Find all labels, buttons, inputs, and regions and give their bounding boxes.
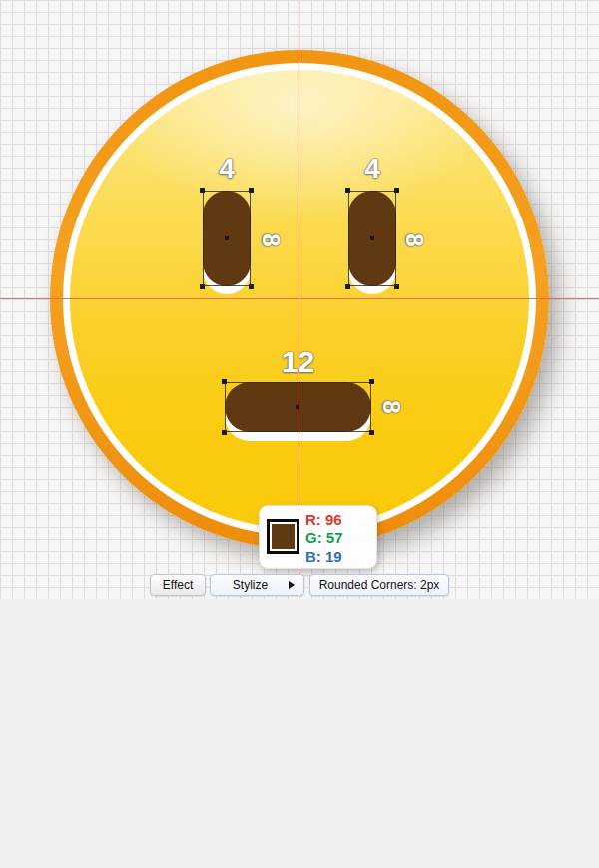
right-eye-shape[interactable] (348, 191, 396, 286)
rgb-r-value: R: 96 (305, 511, 342, 528)
right-eye-width-label: 4 (348, 153, 396, 185)
center-anchor-point[interactable] (225, 236, 229, 240)
selection-handle[interactable] (200, 188, 205, 193)
rounded-corners-menu-label: Rounded Corners: 2px (319, 578, 440, 592)
smiley-face-circle[interactable] (50, 50, 549, 549)
color-callout-brown: R: 96 G: 57 B: 19 (259, 505, 377, 569)
effect-menu-button[interactable]: Effect (150, 574, 206, 596)
rgb-g-value: G: 57 (305, 529, 343, 546)
horizontal-guide (0, 298, 599, 299)
selection-handle[interactable] (369, 430, 374, 435)
right-eye-height-label: 8 (400, 225, 428, 255)
bottom-panel: Drop Shadow Options Mode: Normal Opacity… (0, 599, 599, 868)
mouth-height-label: 8 (377, 392, 405, 422)
selection-handle[interactable] (369, 379, 374, 384)
left-eye-width-label: 4 (203, 153, 251, 185)
stylize-menu-button[interactable]: Stylize (210, 574, 304, 596)
brown-color-swatch (267, 519, 300, 554)
submenu-arrow-icon (289, 581, 295, 589)
left-eye-shape[interactable] (203, 191, 251, 286)
selection-handle[interactable] (222, 430, 227, 435)
selection-handle[interactable] (249, 284, 254, 289)
selection-handle[interactable] (222, 379, 227, 384)
smiley-face-yellow-fill (70, 70, 529, 529)
stylize-menu-label: Stylize (233, 578, 268, 592)
effect-menu-label: Effect (163, 578, 193, 592)
selection-handle[interactable] (394, 188, 399, 193)
left-eye-height-label: 8 (257, 225, 285, 255)
selection-handle[interactable] (249, 188, 254, 193)
selection-handle[interactable] (200, 284, 205, 289)
selection-handle[interactable] (345, 284, 350, 289)
artboard-canvas[interactable]: 4 8 4 8 12 8 (0, 0, 599, 599)
selection-handle[interactable] (345, 188, 350, 193)
selection-handle[interactable] (394, 284, 399, 289)
rounded-corners-menu-button[interactable]: Rounded Corners: 2px (309, 574, 449, 596)
rgb-b-value: B: 19 (305, 548, 342, 565)
screenshot-stage: 4 8 4 8 12 8 (0, 0, 599, 868)
mouth-width-label: 12 (225, 345, 371, 379)
center-anchor-point[interactable] (370, 236, 374, 240)
